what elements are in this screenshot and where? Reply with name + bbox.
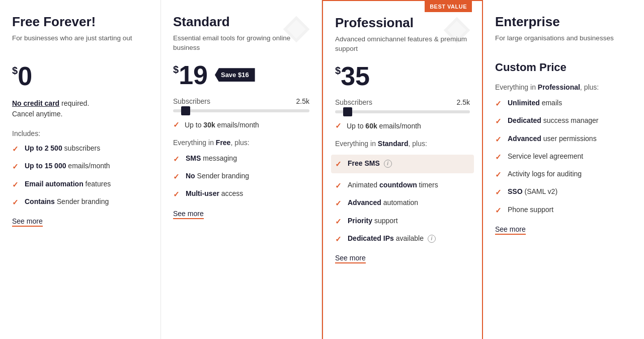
plan-desc-enterprise: For large organisations and businesses — [495, 34, 632, 52]
feature-text: Unlimited emails — [508, 98, 562, 108]
feature-text: Phone support — [508, 205, 553, 215]
custom-price: Custom Price — [495, 61, 632, 74]
best-value-badge: BEST VALUE — [425, 1, 472, 12]
check-icon: ✓ — [495, 134, 502, 145]
feature-text: Advanced user permissions — [508, 134, 597, 144]
price-dollar-professional: $ — [335, 65, 341, 77]
feature-text: Up to 15 000 emails/month — [25, 161, 110, 171]
subscribers-count: 2.5k — [296, 97, 309, 105]
check-icon: ✓ — [173, 172, 180, 182]
feature-item: ✓ Animated countdown timers — [335, 180, 470, 191]
plan-desc-free: For businesses who are just starting out — [12, 34, 148, 54]
section-label-professional: Everything in Standard, plus: — [335, 140, 470, 148]
price-dollar-free: $ — [12, 65, 18, 77]
check-icon: ✓ — [495, 170, 502, 180]
see-more-professional[interactable]: See more — [335, 254, 366, 263]
plan-name-enterprise: Enterprise — [495, 14, 632, 30]
feature-text: SMS messaging — [186, 154, 237, 163]
price-dollar-standard: $ — [173, 64, 179, 76]
feature-item: ✓ SSO (SAML v2) — [495, 187, 632, 197]
check-icon: ✓ — [335, 234, 342, 244]
price-professional: $ 35 — [335, 63, 370, 89]
see-more-enterprise[interactable]: See more — [495, 225, 526, 235]
check-icon: ✓ — [335, 159, 342, 169]
subscribers-row-standard: Subscribers 2.5k — [173, 97, 309, 105]
slider-track — [335, 110, 470, 113]
section-label-enterprise: Everything in Professional, plus: — [495, 83, 632, 91]
feature-item: ✓ No Sender branding — [173, 171, 309, 182]
plan-name-free: Free Forever! — [12, 14, 148, 30]
check-icon: ✓ — [173, 189, 180, 199]
includes-label: Includes: — [12, 129, 148, 138]
check-icon: ✓ — [12, 180, 19, 190]
feature-text: Email automation features — [25, 179, 111, 189]
subscribers-label: Subscribers — [335, 98, 372, 106]
feature-item: ✓ Multi-user access — [173, 189, 309, 199]
emails-limit-text: Up to 60k emails/month — [347, 122, 421, 130]
price-amount-professional: 35 — [341, 63, 370, 89]
price-standard: $ 19 — [173, 62, 208, 88]
feature-item-highlighted: ✓ Free SMS i — [331, 155, 474, 173]
subscribers-row-professional: Subscribers 2.5k — [335, 98, 470, 106]
feature-item: ✓ Unlimited emails — [495, 98, 632, 109]
check-icon: ✓ — [173, 120, 180, 129]
emails-limit-professional: ✓ Up to 60k emails/month — [335, 121, 470, 130]
diamond-decoration — [442, 15, 472, 47]
feature-item: ✓ Dedicated success manager — [495, 116, 632, 126]
feature-text: Animated countdown timers — [348, 180, 438, 190]
feature-item: ✓ Dedicated IPs available i — [335, 234, 470, 244]
feature-item: ✓ Email automation features — [12, 179, 148, 190]
check-icon: ✓ — [335, 121, 342, 130]
feature-item: ✓ Activity logs for auditing — [495, 169, 632, 180]
check-icon: ✓ — [12, 162, 19, 172]
subscribers-count: 2.5k — [457, 98, 470, 106]
feature-item: ✓ Contains Sender branding — [12, 197, 148, 208]
check-icon: ✓ — [335, 217, 342, 227]
info-icon[interactable]: i — [384, 160, 392, 168]
plan-standard: Standard Essential email tools for growi… — [161, 0, 322, 339]
no-credit-card-link[interactable]: No credit card — [12, 99, 59, 107]
slider-thumb — [343, 107, 352, 116]
feature-text: Dedicated success manager — [508, 116, 599, 125]
check-icon: ✓ — [335, 198, 342, 209]
feature-text: Up to 2 500 subscribers — [25, 144, 100, 153]
check-icon: ✓ — [12, 144, 19, 154]
feature-item: ✓ Up to 2 500 subscribers — [12, 144, 148, 154]
see-more-standard[interactable]: See more — [173, 210, 204, 219]
price-free: $ 0 — [12, 63, 32, 89]
feature-text: Free SMS i — [348, 159, 392, 168]
feature-item: ✓ SMS messaging — [173, 154, 309, 164]
save-badge: Save $16 — [215, 68, 255, 82]
check-icon: ✓ — [495, 116, 502, 126]
emails-limit-standard: ✓ Up to 30k emails/month — [173, 120, 309, 129]
feature-list-enterprise: ✓ Unlimited emails ✓ Dedicated success m… — [495, 98, 632, 216]
feature-text: Dedicated IPs available i — [348, 234, 436, 243]
see-more-free[interactable]: See more — [12, 217, 43, 227]
price-amount-free: 0 — [18, 63, 32, 89]
slider-track — [173, 109, 309, 112]
feature-text: Activity logs for auditing — [508, 169, 582, 179]
slider-thumb — [181, 106, 190, 115]
feature-item: ✓ Phone support — [495, 205, 632, 216]
feature-item: ✓ Service level agreement — [495, 152, 632, 162]
diamond-decoration — [281, 14, 311, 46]
section-label-standard: Everything in Free, plus: — [173, 139, 309, 147]
feature-text: Contains Sender branding — [25, 197, 109, 207]
emails-limit-text: Up to 30k emails/month — [185, 121, 259, 129]
check-icon: ✓ — [335, 181, 342, 191]
subscribers-label: Subscribers — [173, 97, 210, 105]
check-icon: ✓ — [495, 152, 502, 162]
slider-professional[interactable] — [335, 110, 470, 113]
check-icon: ✓ — [495, 99, 502, 109]
check-icon: ✓ — [173, 154, 180, 164]
feature-item: ✓ Up to 15 000 emails/month — [12, 161, 148, 172]
price-amount-standard: 19 — [179, 62, 208, 88]
feature-text: No Sender branding — [186, 171, 249, 181]
pricing-grid: Free Forever! For businesses who are jus… — [0, 0, 644, 339]
slider-standard[interactable] — [173, 109, 309, 112]
feature-text: Multi-user access — [186, 189, 243, 198]
check-icon: ✓ — [495, 206, 502, 216]
info-icon[interactable]: i — [428, 235, 436, 243]
feature-item: ✓ Advanced user permissions — [495, 134, 632, 145]
feature-list-free: ✓ Up to 2 500 subscribers ✓ Up to 15 000… — [12, 144, 148, 208]
